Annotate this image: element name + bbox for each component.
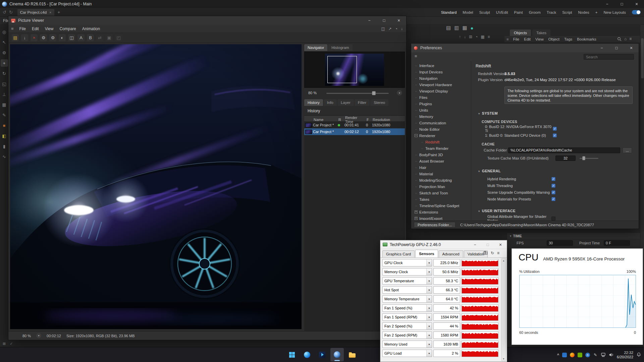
minimize-button[interactable] (600, 2, 614, 6)
tree-expand-icon[interactable]: + (415, 217, 418, 220)
menu-icon[interactable]: ≡ (497, 251, 499, 255)
tree-expand-icon[interactable] (415, 172, 418, 175)
preferences-tree-item[interactable]: Units (413, 107, 470, 113)
volume-icon[interactable] (609, 353, 614, 357)
sensor-select[interactable]: Fan 2 Speed (RPM) (382, 331, 432, 339)
menu-icon[interactable]: ≡ (488, 35, 490, 39)
zoom-dropdown-button[interactable] (36, 333, 41, 338)
nvidia-tray-icon[interactable] (578, 353, 582, 357)
texture-cache-field[interactable]: 32 (555, 156, 576, 161)
firefox-tray-icon[interactable] (570, 353, 575, 357)
redo-icon[interactable]: ↻ (9, 10, 13, 15)
sensor-select[interactable]: Memory Clock (382, 268, 432, 276)
preferences-tree-item[interactable]: Navigation (413, 75, 470, 81)
camera-icon[interactable] (483, 251, 488, 255)
object-manager-menu-item[interactable]: Tags (562, 37, 575, 41)
tree-expand-icon[interactable]: + (415, 210, 418, 214)
tree-expand-icon[interactable] (415, 115, 418, 118)
preferences-search-input[interactable] (584, 54, 634, 60)
network-icon[interactable] (601, 353, 606, 357)
texture-cache-slider-handle[interactable] (582, 156, 585, 160)
timer-icon[interactable]: ◔ (475, 35, 478, 39)
tree-expand-icon[interactable] (415, 109, 418, 112)
layout-mode-item[interactable]: Script (562, 10, 572, 14)
object-manager-menu-item[interactable]: File (511, 37, 522, 41)
tree-expand-icon[interactable] (415, 198, 418, 201)
open-folder-icon[interactable]: ▤ (12, 34, 19, 41)
preferences-tree-item[interactable]: Takes (413, 196, 470, 202)
layout-mode-item[interactable]: Groom (529, 10, 541, 14)
render-settings-icon[interactable]: ⚙ (49, 34, 56, 41)
tree-expand-icon[interactable] (421, 140, 424, 143)
sensor-select[interactable]: Memory Temperature (382, 295, 432, 303)
option-checkbox[interactable] (551, 217, 555, 221)
select-tool-icon[interactable]: ↖ (1, 39, 8, 46)
refresh-icon[interactable]: ↻ (491, 251, 494, 255)
rotate-tool-icon[interactable]: ↻ (1, 70, 8, 77)
close-button[interactable] (494, 242, 507, 247)
fps-field[interactable]: 30 (547, 240, 573, 246)
sensor-select[interactable]: Hot Spot (382, 286, 432, 294)
tree-expand-icon[interactable] (415, 121, 418, 124)
preferences-tree-item[interactable]: Viewport Display (413, 88, 470, 94)
close-button[interactable] (391, 18, 406, 23)
save-scene-icon[interactable]: ▤ (446, 25, 451, 31)
preferences-tree-item[interactable]: Plugins (413, 101, 470, 107)
object-manager-tab[interactable]: Takes (532, 29, 550, 36)
layout-mode-item[interactable]: Track (547, 10, 556, 14)
tree-expand-icon[interactable] (415, 185, 418, 188)
tree-expand-icon[interactable] (415, 153, 418, 156)
zoom-slider-handle[interactable] (372, 91, 376, 95)
sensor-select[interactable]: GPU Temperature (382, 277, 432, 285)
minimize-button[interactable] (469, 242, 481, 247)
time-section-header[interactable]: TIME (507, 233, 640, 239)
compare-ab-icon[interactable]: ◫ (68, 34, 75, 41)
contrast-icon[interactable]: ◐ (59, 34, 66, 41)
tree-expand-icon[interactable] (415, 70, 418, 73)
close-button[interactable] (624, 45, 639, 51)
zoom-slider[interactable] (326, 93, 389, 94)
pv-menu-item[interactable]: File (16, 26, 29, 31)
preferences-tree-item[interactable]: Interface (413, 62, 470, 69)
sensor-select[interactable]: Fan 1 Speed (RPM) (382, 313, 432, 321)
navigator-tab[interactable]: Histogram (328, 44, 352, 51)
device-checkbox[interactable] (553, 127, 557, 131)
save-image-icon[interactable]: ↓ (21, 34, 28, 41)
sensor-select[interactable]: GPU Clock (382, 259, 432, 266)
object-manager-tab[interactable]: Objects (510, 29, 531, 36)
taskbar-clock[interactable]: 22:32 6/20/2022 (617, 351, 633, 359)
close-button[interactable] (629, 1, 644, 7)
option-checkbox[interactable] (551, 184, 555, 188)
sensor-select[interactable]: Memory Used (382, 341, 432, 348)
settings-icon[interactable]: ⚙ (40, 34, 47, 41)
sensor-select[interactable]: Fan 2 Speed (%) (382, 322, 432, 330)
general-section-header[interactable]: GENERAL (478, 169, 501, 173)
timer-icon[interactable]: ◔ (395, 26, 397, 31)
status-zoom[interactable]: 80 % (22, 334, 31, 338)
pv-menu-item[interactable]: Edit (29, 26, 42, 31)
paint-tool-icon[interactable]: ◧ (1, 132, 8, 139)
layout-current[interactable]: Standard (441, 10, 457, 14)
new-tab-button[interactable]: + (58, 10, 60, 15)
tree-expand-icon[interactable] (415, 64, 418, 67)
preferences-tree-item[interactable]: Asset Browser (413, 158, 470, 164)
user-interface-section-header[interactable]: USER INTERFACE (478, 209, 516, 213)
hamburger-icon[interactable]: ≡ (11, 26, 14, 31)
panel-divider[interactable] (471, 61, 471, 220)
layout-mode-item[interactable]: Nodes (578, 10, 589, 14)
brush-tool-icon[interactable]: ▮ (1, 142, 8, 150)
filter-icon[interactable]: ≡ (629, 37, 632, 41)
search-icon[interactable] (617, 37, 622, 41)
spline-tool-icon[interactable]: ∿ (1, 153, 8, 160)
sensor-select[interactable]: GPU Load (382, 350, 432, 357)
preferences-tree-item[interactable]: Material (413, 171, 470, 177)
preferences-tree-item[interactable]: + Import/Export (413, 215, 470, 220)
grid-icon[interactable]: ⊞ (469, 35, 472, 39)
preferences-tree-item[interactable]: Modeling/Sculpting (413, 177, 470, 183)
preferences-tree-item[interactable]: Timeline/Spline Gadget (413, 202, 470, 209)
pv-menu-item[interactable]: Animation (79, 26, 103, 31)
maximize-button[interactable] (614, 2, 629, 6)
media-app-taskbar-icon[interactable] (315, 348, 329, 361)
close-tab-icon[interactable]: × (49, 10, 51, 14)
option-checkbox[interactable] (551, 177, 555, 181)
